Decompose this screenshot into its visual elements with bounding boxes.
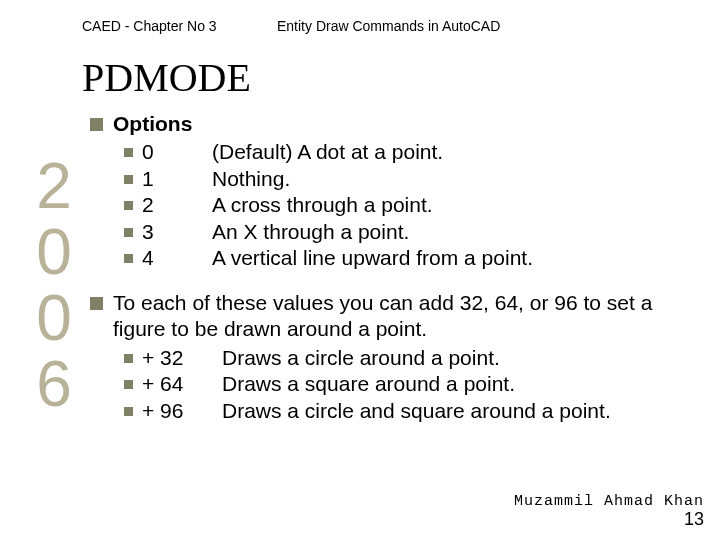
footer-author: Muzammil Ahmad Khan [514,493,704,510]
option-item: + 32 Draws a circle around a point. [124,345,686,371]
option-desc: Draws a circle around a point. [222,345,686,371]
option-desc: (Default) A dot at a point. [212,139,686,165]
option-item: 4 A vertical line upward from a point. [124,245,686,271]
option-key: + 64 [142,371,222,397]
option-item: 3 An X through a point. [124,219,686,245]
header-chapter: CAED - Chapter No 3 [82,18,277,34]
slide-content: Options 0 (Default) A dot at a point. 1 … [0,111,720,424]
option-item: 1 Nothing. [124,166,686,192]
footer-page-number: 13 [684,509,704,530]
section-options: Options 0 (Default) A dot at a point. 1 … [90,111,686,272]
bullet-square-icon [124,228,133,237]
bullet-square-icon [90,297,103,310]
header-topic: Entity Draw Commands in AutoCAD [277,18,500,34]
option-key: + 32 [142,345,222,371]
year-watermark: 2006 [22,150,86,414]
option-item: 2 A cross through a point. [124,192,686,218]
option-key: 2 [142,192,212,218]
section-text: To each of these values you can add 32, … [113,290,686,343]
option-desc: Draws a circle and square around a point… [222,398,686,424]
bullet-square-icon [124,201,133,210]
option-key: 0 [142,139,212,165]
option-desc: Nothing. [212,166,686,192]
option-key: 1 [142,166,212,192]
slide-title: PDMODE [0,38,720,111]
bullet-square-icon [90,118,103,131]
option-desc: Draws a square around a point. [222,371,686,397]
option-item: 0 (Default) A dot at a point. [124,139,686,165]
option-key: 4 [142,245,212,271]
option-desc: An X through a point. [212,219,686,245]
bullet-square-icon [124,380,133,389]
options-label: Options [113,111,192,137]
slide-header: CAED - Chapter No 3 Entity Draw Commands… [0,0,720,38]
bullet-square-icon [124,354,133,363]
bullet-square-icon [124,254,133,263]
bullet-square-icon [124,148,133,157]
option-desc: A vertical line upward from a point. [212,245,686,271]
bullet-square-icon [124,175,133,184]
option-key: 3 [142,219,212,245]
section-add-values: To each of these values you can add 32, … [90,290,686,424]
option-item: + 64 Draws a square around a point. [124,371,686,397]
option-key: + 96 [142,398,222,424]
bullet-square-icon [124,407,133,416]
option-desc: A cross through a point. [212,192,686,218]
option-item: + 96 Draws a circle and square around a … [124,398,686,424]
